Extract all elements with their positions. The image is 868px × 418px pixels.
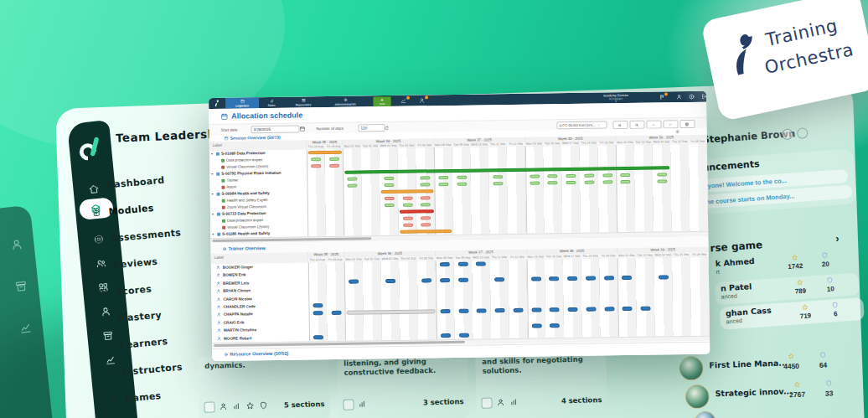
- allocation-chip[interactable]: [329, 164, 339, 168]
- session-bar[interactable]: [307, 151, 342, 155]
- allocation-chip[interactable]: [550, 323, 560, 328]
- allocation-chip[interactable]: [331, 311, 341, 315]
- allocation-chip[interactable]: [548, 174, 558, 178]
- allocation-chip[interactable]: [493, 182, 504, 186]
- module-card[interactable]: and skills for negotiating solutions.4 s…: [475, 349, 607, 418]
- allocation-chip[interactable]: [438, 176, 448, 180]
- module-card[interactable]: dynamics.5 sections: [198, 353, 330, 418]
- allocation-chip[interactable]: [402, 203, 412, 207]
- person-toolbutton[interactable]: [418, 96, 428, 104]
- printer-button[interactable]: [679, 120, 695, 128]
- allocation-chip[interactable]: [349, 279, 359, 283]
- search-button[interactable]: [629, 121, 644, 129]
- allocation-chip[interactable]: [584, 173, 594, 178]
- caret-up-button[interactable]: [646, 120, 661, 128]
- allocation-chip[interactable]: [384, 197, 394, 201]
- allocation-chip[interactable]: [440, 262, 450, 266]
- allocation-chip[interactable]: [457, 182, 467, 186]
- allocation-chip[interactable]: [493, 175, 503, 179]
- module-card[interactable]: listening, and giving constructive feedb…: [337, 351, 469, 418]
- session-bar[interactable]: [400, 209, 434, 214]
- tab-administration[interactable]: Administration: [323, 95, 368, 107]
- allocation-chip[interactable]: [566, 174, 576, 178]
- allocation-chip[interactable]: [348, 177, 358, 181]
- person-button[interactable]: [675, 94, 685, 101]
- start-date-input[interactable]: [251, 125, 299, 133]
- flag-button[interactable]: [659, 94, 668, 101]
- caret-down-button[interactable]: [663, 120, 678, 128]
- allocation-chip[interactable]: [621, 180, 631, 184]
- allocation-chip[interactable]: [659, 275, 669, 279]
- tab-sales[interactable]: Sales: [259, 97, 284, 108]
- allocation-chip[interactable]: [311, 164, 321, 168]
- info-button[interactable]: [688, 93, 697, 101]
- allocation-chip[interactable]: [313, 312, 323, 316]
- allocation-chip[interactable]: [457, 175, 467, 179]
- allocation-chip[interactable]: [457, 262, 468, 266]
- allocation-chip[interactable]: [586, 276, 596, 280]
- allocation-chip[interactable]: [441, 309, 451, 313]
- allocation-chip[interactable]: [421, 278, 431, 282]
- allocation-chip[interactable]: [329, 157, 339, 162]
- notifications-icon[interactable]: [797, 127, 809, 139]
- session-bar[interactable]: [400, 230, 452, 234]
- allocation-chip[interactable]: [640, 307, 650, 311]
- allocation-chip[interactable]: [568, 307, 578, 312]
- trainer-overview-link[interactable]: Trainer Overview: [228, 245, 265, 251]
- allocation-chip[interactable]: [458, 277, 468, 281]
- tab-repository[interactable]: Repository: [284, 96, 323, 108]
- allocation-chip[interactable]: [530, 181, 540, 185]
- chart-toolbutton[interactable]: [400, 97, 410, 105]
- allocation-chip[interactable]: [476, 261, 486, 266]
- allocation-chip[interactable]: [421, 216, 431, 220]
- allocation-chip[interactable]: [531, 308, 541, 312]
- allocation-chip[interactable]: [584, 180, 594, 184]
- allocation-chip[interactable]: [403, 223, 413, 227]
- allocation-chip[interactable]: [602, 173, 612, 178]
- allocation-chip[interactable]: [421, 203, 431, 207]
- allocation-chip[interactable]: [566, 181, 576, 185]
- allocation-chip[interactable]: [657, 179, 667, 183]
- resource-overview-link[interactable]: Resource Overview (50/52): [230, 351, 288, 357]
- account-menu[interactable]: Academy DirectorACADEMY▾: [590, 93, 642, 103]
- allocation-chip[interactable]: [402, 196, 412, 200]
- allocation-chip[interactable]: [313, 303, 323, 307]
- allocation-chip[interactable]: [530, 174, 540, 178]
- allocation-chip[interactable]: [495, 308, 505, 312]
- tab-logistics[interactable]: Logistics: [225, 97, 259, 109]
- allocation-chip[interactable]: [385, 204, 395, 208]
- session-bar[interactable]: [381, 189, 433, 194]
- allocation-chip[interactable]: [602, 180, 612, 184]
- module-checkbox[interactable]: [343, 400, 354, 410]
- allocation-chip[interactable]: [440, 278, 450, 282]
- chevron-right-icon[interactable]: ›: [835, 232, 840, 245]
- allocation-chip[interactable]: [586, 307, 596, 312]
- allocation-chip[interactable]: [477, 309, 487, 313]
- allocation-chip[interactable]: [531, 324, 541, 328]
- module-checkbox[interactable]: [481, 398, 492, 409]
- allocation-chip[interactable]: [421, 183, 431, 187]
- days-input[interactable]: [358, 124, 385, 132]
- allocation-chip[interactable]: [441, 333, 451, 338]
- allocation-chip[interactable]: [438, 183, 448, 187]
- allocation-chip[interactable]: [421, 223, 431, 227]
- session-overview-link[interactable]: Session Overview (50/73): [230, 135, 281, 141]
- allocation-chip[interactable]: [550, 308, 560, 312]
- allocation-chip[interactable]: [348, 183, 358, 188]
- allocation-chip[interactable]: [548, 181, 558, 185]
- allocation-chip[interactable]: [622, 276, 632, 280]
- session-bar[interactable]: [347, 310, 436, 315]
- allocation-chip[interactable]: [458, 309, 468, 313]
- course-row[interactable]: Strategic innov...276733: [681, 377, 858, 410]
- allocation-chip[interactable]: [459, 333, 469, 337]
- allocation-chip[interactable]: [421, 196, 431, 200]
- allocation-chip[interactable]: [531, 276, 541, 281]
- allocation-chip[interactable]: [549, 276, 559, 281]
- allocation-chip[interactable]: [604, 307, 614, 312]
- allocation-chip[interactable]: [621, 173, 631, 178]
- allocation-chip[interactable]: [385, 279, 395, 283]
- allocation-chip[interactable]: [623, 307, 633, 311]
- allocation-chip[interactable]: [313, 335, 323, 339]
- allocation-chip[interactable]: [494, 277, 504, 281]
- allocation-chip[interactable]: [604, 276, 614, 280]
